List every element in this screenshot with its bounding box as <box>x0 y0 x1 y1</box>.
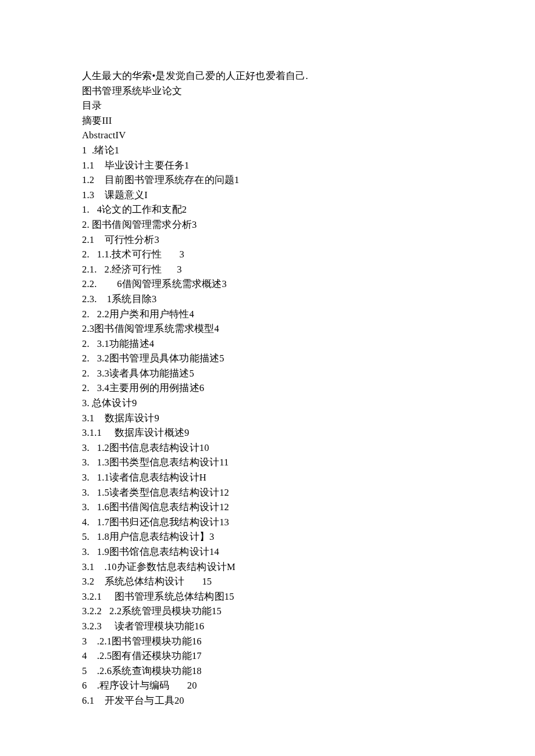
text-line: 3. 1.9图书馆信息表结构设计14 <box>82 544 454 560</box>
text-line: 摘要III <box>82 113 454 128</box>
text-line: 人生最大的华索•是发觉自己爱的人正好也爱着自己. <box>82 69 454 84</box>
text-line: 4. 1.7图书归还信息我结构设计13 <box>82 515 454 530</box>
text-line: 4 .2.5图有借还模块功能17 <box>82 648 454 664</box>
text-line: 3.1.1 数据库设计概述9 <box>82 425 454 440</box>
text-line: 5. 1.8用户信息表结构设计】3 <box>82 529 454 544</box>
text-line: 1.1 毕业设计主要任务1 <box>82 158 454 173</box>
document-page: 人生最大的华索•是发觉自己爱的人正好也爱着自己. 图书管理系统毕业论文 目录 摘… <box>0 0 454 708</box>
text-line: 图书管理系统毕业论文 <box>82 84 454 99</box>
text-line: 2.1. 2.经济可行性 3 <box>82 262 454 277</box>
text-line: 3. 1.1读者信息表结构设计H <box>82 470 454 485</box>
text-line: 3. 总体设计9 <box>82 396 454 411</box>
text-line: 2. 3.2图书管理员具体功能描述5 <box>82 351 454 366</box>
text-line: 3.2.3 读者管理模块功能16 <box>82 619 454 634</box>
text-line: 1.3 课题意义I <box>82 188 454 203</box>
text-line: 6.1 开发平台与工具20 <box>82 693 454 708</box>
text-line: 3.2.1 图书管理系统总体结构图15 <box>82 589 454 604</box>
text-line: 2. 2.2用户类和用户特性4 <box>82 307 454 322</box>
text-line: 1.2 目前图书管理系统存在的问题1 <box>82 173 454 188</box>
text-line: AbstractIV <box>82 128 454 143</box>
text-line: 1. 4论文的工作和支配2 <box>82 202 454 217</box>
text-line: 1 .绪论1 <box>82 143 454 158</box>
text-line: 2. 3.3读者具体功能描述5 <box>82 366 454 381</box>
text-line: 2. 3.4主要用例的用例描述6 <box>82 381 454 396</box>
text-line: 3. 1.6图书借阅信息表结构设计12 <box>82 500 454 515</box>
text-line: 3. 1.3图书类型信息表结构设计11 <box>82 455 454 470</box>
text-line: 2.3图书借阅管埋系统需求模型4 <box>82 321 454 336</box>
text-line: 3.2 系统总体结构设计 15 <box>82 574 454 589</box>
text-line: 5 .2.6系统查询模块功能18 <box>82 664 454 679</box>
text-line: 目录 <box>82 98 454 113</box>
text-line: 3.2.2 2.2系统管理员模块功能15 <box>82 604 454 619</box>
text-line: 6 .程序设计与编码 20 <box>82 678 454 693</box>
text-line: 2.1 可行性分析3 <box>82 232 454 248</box>
text-line: 2. 3.1功能描述4 <box>82 336 454 352</box>
text-line: 3. 1.5读者类型信息表结构设计12 <box>82 485 454 500</box>
text-line: 2. 图书借阅管理需求分析3 <box>82 217 454 232</box>
text-line: 2.2. 6借阅管理系统需求概述3 <box>82 277 454 292</box>
text-line: 2.3. 1系统目除3 <box>82 292 454 307</box>
text-line: 3.1 .10办证参数怙息表结构设计M <box>82 560 454 575</box>
text-line: 3 .2.1图书管理模块功能16 <box>82 634 454 649</box>
text-line: 2. 1.1.技术可行性 3 <box>82 247 454 262</box>
text-line: 3. 1.2图书信息表结构设计10 <box>82 440 454 456</box>
text-line: 3.1 数据库设计9 <box>82 411 454 426</box>
